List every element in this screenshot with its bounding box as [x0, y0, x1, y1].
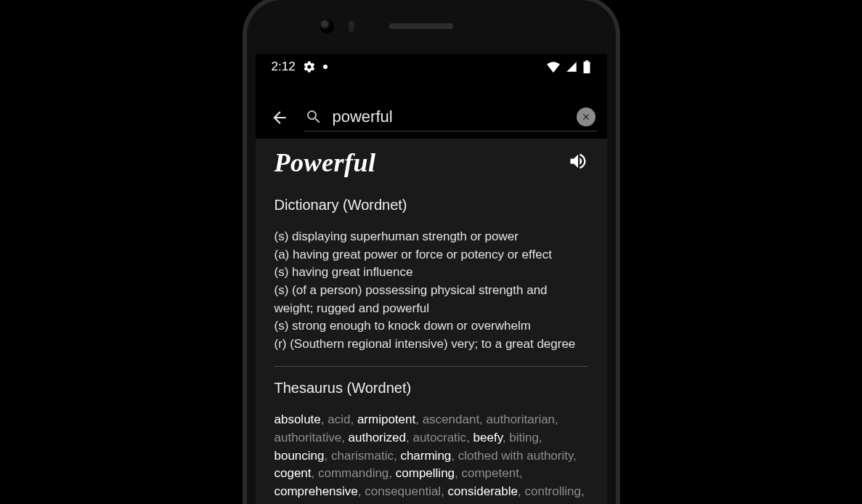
thesaurus-word[interactable]: considerable — [448, 484, 518, 498]
separator: , — [573, 449, 577, 463]
word-header-row: Powerful — [275, 147, 588, 178]
separator: , — [321, 412, 328, 426]
definition-entry: (r) (Southern regional intensive) very; … — [275, 336, 588, 354]
separator: , — [341, 431, 348, 444]
wifi-icon — [546, 61, 561, 73]
back-arrow-icon — [270, 108, 289, 127]
separator: , — [466, 431, 473, 444]
separator: , — [350, 412, 357, 426]
speaker-grille — [389, 23, 453, 29]
phone-hardware — [363, 19, 500, 33]
thesaurus-word[interactable]: charismatic — [331, 449, 394, 463]
gear-icon — [303, 60, 316, 73]
thesaurus-word[interactable]: competent — [462, 466, 519, 480]
word-title: Powerful — [275, 147, 376, 178]
definition-entry: (a) having great power or force or poten… — [275, 246, 588, 264]
separator: , — [479, 412, 486, 426]
separator: , — [581, 484, 585, 498]
separator: , — [415, 412, 422, 426]
screen: 2:12 Po — [256, 54, 607, 504]
svg-rect-1 — [583, 62, 590, 73]
clock-text: 2:12 — [272, 60, 296, 74]
separator: , — [406, 431, 412, 444]
separator: , — [441, 484, 447, 498]
notification-dot-icon — [323, 65, 328, 69]
thesaurus-word[interactable]: authorized — [349, 431, 406, 444]
thesaurus-heading: Thesaurus (Wordnet) — [275, 380, 588, 397]
clear-search-button[interactable] — [577, 107, 595, 126]
separator: , — [358, 484, 365, 498]
separator: , — [539, 431, 542, 444]
svg-rect-0 — [585, 60, 588, 62]
separator: , — [503, 431, 509, 444]
speaker-icon — [568, 151, 588, 171]
search-icon — [305, 108, 322, 126]
thesaurus-word[interactable]: commanding — [318, 466, 389, 480]
thesaurus-word[interactable]: charming — [400, 449, 451, 463]
separator: , — [451, 449, 458, 463]
back-button[interactable] — [266, 104, 293, 131]
phone-frame: 2:12 Po — [243, 0, 620, 504]
thesaurus-word[interactable]: autocratic — [412, 431, 466, 444]
definition-entry: (s) having great influence — [275, 264, 588, 282]
battery-icon — [582, 60, 591, 73]
sensor-slit — [349, 20, 354, 32]
status-bar: 2:12 — [256, 54, 607, 80]
content-area[interactable]: Powerful Dictionary (Wordnet) (s) displa… — [256, 139, 607, 504]
separator: , — [325, 449, 331, 463]
definition-list: (s) displaying superhuman strength or po… — [275, 228, 588, 353]
separator: , — [389, 466, 395, 480]
separator: , — [455, 466, 461, 480]
search-input[interactable] — [333, 107, 566, 126]
thesaurus-word[interactable]: armipotent — [357, 412, 415, 426]
thesaurus-word[interactable]: absolute — [275, 412, 321, 426]
thesaurus-list: absolute, acid, armipotent, ascendant, a… — [275, 411, 588, 504]
thesaurus-word[interactable]: beefy — [473, 431, 503, 444]
thesaurus-word[interactable]: consequential — [365, 484, 441, 498]
spacer — [256, 80, 607, 96]
status-right — [546, 60, 591, 73]
thesaurus-word[interactable]: compelling — [396, 466, 455, 480]
thesaurus-word[interactable]: comprehensive — [275, 484, 358, 498]
camera-lens — [320, 19, 334, 33]
thesaurus-word[interactable]: ascendant — [423, 412, 479, 426]
close-icon — [581, 112, 591, 122]
divider — [275, 366, 588, 367]
definition-entry: (s) (of a person) possessing physical st… — [275, 282, 588, 317]
separator: , — [555, 412, 558, 426]
search-field-wrap — [304, 103, 597, 131]
pronounce-button[interactable] — [568, 151, 588, 174]
thesaurus-word[interactable]: controlling — [524, 484, 581, 498]
thesaurus-word[interactable]: bouncing — [275, 449, 325, 463]
thesaurus-word[interactable]: biting — [509, 431, 539, 444]
definition-entry: (s) strong enough to knock down or overw… — [275, 317, 588, 336]
signal-icon — [565, 61, 578, 73]
thesaurus-word[interactable]: authoritative — [275, 431, 342, 444]
search-bar — [256, 96, 607, 139]
separator: , — [312, 466, 318, 480]
thesaurus-word[interactable]: cogent — [275, 466, 312, 480]
separator: , — [519, 466, 523, 480]
definition-entry: (s) displaying superhuman strength or po… — [275, 228, 588, 246]
dictionary-heading: Dictionary (Wordnet) — [275, 197, 588, 214]
thesaurus-word[interactable]: authoritarian — [487, 412, 556, 426]
thesaurus-word[interactable]: acid — [328, 412, 350, 426]
thesaurus-word[interactable]: clothed with authority — [458, 449, 573, 463]
status-left: 2:12 — [272, 60, 328, 74]
separator: , — [394, 449, 400, 463]
